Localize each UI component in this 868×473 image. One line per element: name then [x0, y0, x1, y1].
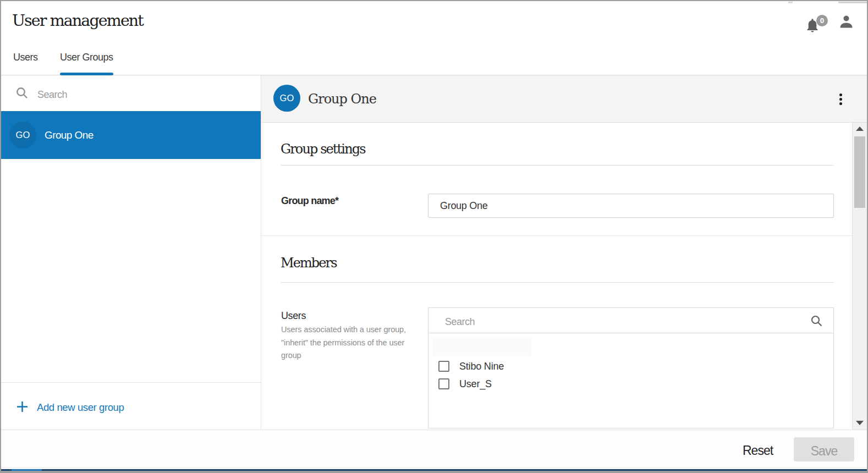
page-title: User management [12, 13, 143, 29]
group-name-input[interactable] [428, 194, 834, 218]
group-name-label: Group name* [281, 196, 338, 206]
group-avatar: GO [273, 85, 300, 112]
scroll-up-arrow-icon[interactable] [856, 127, 864, 131]
progress-bar-track [1, 469, 867, 471]
progress-bar-value [12, 469, 42, 471]
section-divider [261, 235, 852, 236]
window-chrome-artifact [788, 2, 793, 3]
scroll-down-arrow-icon[interactable] [856, 421, 864, 425]
notifications-badge: 0 [816, 15, 828, 26]
group-list-panel: GO Group One Add new user group [1, 75, 261, 430]
person-icon [839, 15, 854, 29]
main-area: GO Group One Add new user group GO Group… [1, 75, 867, 430]
members-search-input[interactable] [445, 311, 803, 332]
members-search [428, 307, 834, 333]
tab-user-groups[interactable]: User Groups [60, 44, 113, 75]
divider [281, 282, 834, 283]
group-search [1, 75, 261, 111]
save-button[interactable]: Save [794, 437, 854, 461]
group-detail-header: GO Group One [261, 75, 867, 123]
divider [281, 165, 834, 166]
reset-button[interactable]: Reset [743, 444, 773, 457]
member-checkbox[interactable] [438, 378, 449, 389]
member-checkbox[interactable] [438, 361, 449, 372]
tab-users[interactable]: Users [13, 44, 38, 75]
tabbar: Users User Groups [1, 44, 867, 75]
list-highlight-row [432, 337, 531, 356]
plus-icon [17, 401, 28, 413]
group-detail-panel: GO Group One Group settings Group name* … [261, 75, 867, 430]
vertical-scrollbar[interactable] [852, 123, 867, 430]
users-label: Users [281, 311, 306, 321]
group-avatar: GO [9, 122, 36, 148]
member-row[interactable]: Stibo Nine [428, 358, 833, 375]
window-chrome-artifact [838, 2, 867, 3]
search-icon [15, 86, 29, 100]
app-window: User management 0 Users [0, 0, 868, 473]
scrollbar-thumb[interactable] [854, 136, 865, 208]
group-actions-menu-button[interactable] [833, 88, 848, 110]
group-search-input[interactable] [37, 84, 246, 106]
group-settings-heading: Group settings [281, 142, 365, 156]
detail-scroll-area: Group settings Group name* Members Users… [261, 123, 867, 430]
group-list-item-selected[interactable]: GO Group One [1, 111, 261, 159]
account-button[interactable] [839, 15, 854, 29]
group-title: Group One [308, 75, 376, 122]
member-row[interactable]: User_S [428, 375, 833, 393]
members-list: Stibo Nine User_S [428, 333, 834, 428]
add-user-group-button[interactable]: Add new user group [1, 382, 261, 430]
members-heading: Members [281, 256, 337, 270]
action-footer: Reset Save [1, 430, 867, 467]
search-icon [810, 315, 823, 327]
users-description: Users associated with a user group, "inh… [281, 323, 416, 362]
kebab-icon [839, 94, 842, 96]
app-header: User management 0 Users [1, 1, 867, 75]
